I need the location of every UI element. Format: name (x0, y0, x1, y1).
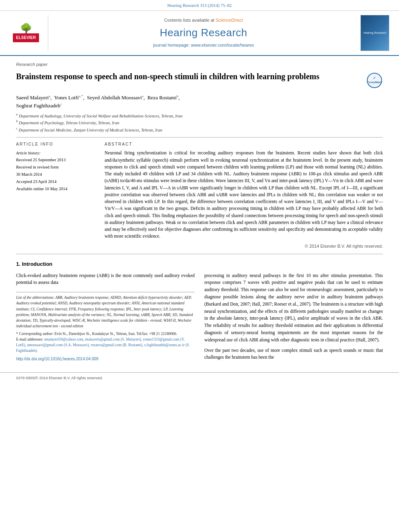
introduction-left: Click-evoked auditory brainstem response… (16, 272, 195, 365)
section-number: 1. (16, 261, 21, 267)
elsevier-tree-icon: 🌳 (20, 24, 32, 33)
crossmark-icon: ✓CrossMark (367, 73, 382, 88)
crossmark-label: ✓CrossMark (367, 76, 382, 84)
corresponding-note: * Corresponding author: Evin St., Danesh… (16, 331, 195, 337)
author-3: Seyed Abdollah Moossavia, (87, 94, 146, 101)
article-title: Brainstem response to speech and non-spe… (16, 71, 363, 82)
intro-para-right-1: processing in auditory neural pathways i… (204, 272, 383, 344)
history-label: Article history: (16, 150, 97, 156)
authors-line: Saeed Malayeria, Yones Lotfia,*, Seyed A… (16, 94, 383, 110)
received-revised-date: 30 March 2014 (16, 171, 97, 178)
received-revised-label: Received in revised form (16, 164, 97, 171)
elsevier-logo: ELSEVIER (13, 33, 39, 43)
author-5: Soghrat Faghihzadehc (16, 103, 62, 109)
thumb-title: Hearing Research (364, 31, 386, 35)
journal-citation: Hearing Research 313 (2014) 75–82 (167, 3, 232, 8)
crossmark-text: CrossMark (367, 81, 382, 84)
journal-thumb-box: Hearing Research (360, 15, 389, 51)
divider (16, 137, 383, 138)
article-history: Article history: Received 25 September 2… (16, 150, 97, 192)
author-4: Reza Rostamib, (147, 94, 179, 101)
email-note: E-mail addresses: smalayeri50@yahoo.com,… (16, 337, 195, 354)
issn-line: 0378-5955/© 2014 Elsevier B.V. All right… (16, 375, 103, 381)
abbrev-heading: List of the abbreviations: (16, 296, 54, 300)
crossmark-badge[interactable]: ✓CrossMark (367, 73, 383, 89)
intro-para-right-2: Over the past two decades, use of more c… (204, 347, 383, 362)
affiliation-c: c Department of Social Medicine, Zanjan … (16, 126, 383, 133)
sciencedirect-line: Contents lists available at ScienceDirec… (52, 17, 355, 24)
corresponding-label: * Corresponding author: (16, 332, 53, 336)
affiliations: a Department of Audiology, University of… (16, 112, 383, 133)
elsevier-logo-area: 🌳 ELSEVIER (8, 15, 48, 51)
email-label: E-mail addresses: (16, 337, 43, 341)
author-2: Yones Lotfia,*, (54, 94, 86, 101)
section-title-text: Introduction (22, 261, 52, 267)
author-1: Saeed Malayeria, (16, 94, 53, 101)
available-date: Available online 10 May 2014 (16, 185, 97, 193)
doi-link[interactable]: http://dx.doi.org/10.1016/j.heares.2014.… (16, 356, 195, 362)
abstract-heading: ABSTRACT (105, 142, 383, 148)
journal-header: 🌳 ELSEVIER Contents lists available at S… (0, 11, 399, 56)
bottom-bar: 0378-5955/© 2014 Elsevier B.V. All right… (0, 372, 399, 383)
journal-thumbnail: Hearing Research (359, 15, 391, 51)
divider-2 (16, 254, 383, 254)
abbrev-text: ABR, Auditory brainstem response; ADHD, … (16, 296, 193, 328)
intro-para-left: Click-evoked auditory brainstem response… (16, 272, 195, 287)
accepted-date: Accepted 23 April 2014 (16, 178, 97, 185)
footnotes-area: List of the abbreviations: ABR, Auditory… (16, 292, 195, 354)
introduction-right: processing in auditory neural pathways i… (204, 272, 383, 365)
article-title-row: Brainstem response to speech and non-spe… (16, 71, 383, 89)
introduction-columns: Click-evoked auditory brainstem response… (16, 272, 383, 365)
affiliation-a: a Department of Audiology, University of… (16, 112, 383, 119)
introduction-title: 1. Introduction (16, 261, 383, 268)
homepage-prefix: journal homepage: (153, 43, 191, 47)
journal-citation-bar: Hearing Research 313 (2014) 75–82 (0, 0, 399, 11)
journal-title: Hearing Research (52, 25, 355, 41)
sciencedirect-link[interactable]: ScienceDirect (216, 18, 243, 23)
received-date: Received 25 September 2013 (16, 156, 97, 164)
abstract-col: ABSTRACT Neuronal firing synchronization… (105, 142, 383, 250)
journal-homepage: journal homepage: www.elsevier.com/locat… (52, 42, 355, 49)
introduction-section: 1. Introduction Click-evoked auditory br… (16, 261, 383, 365)
abstract-text: Neuronal firing synchronization is criti… (105, 150, 383, 240)
page: Hearing Research 313 (2014) 75–82 🌳 ELSE… (0, 0, 399, 532)
homepage-url[interactable]: www.elsevier.com/locate/heares (191, 43, 254, 47)
info-abstract-columns: ARTICLE INFO Article history: Received 2… (16, 142, 383, 250)
copyright-line: © 2014 Elsevier B.V. All rights reserved… (105, 243, 383, 250)
article-info-heading: ARTICLE INFO (16, 142, 97, 148)
article-info-col: ARTICLE INFO Article history: Received 2… (16, 142, 97, 250)
main-content: Research paper Brainstem response to spe… (0, 56, 399, 372)
abbrev-label: List of the abbreviations: ABR, Auditory… (16, 295, 195, 329)
affiliation-b: b Department of Psychology, Tehran Unive… (16, 119, 383, 126)
corresponding-text: Evin St., Daneshjoo St., Koudakyar St., … (54, 332, 177, 336)
journal-header-center: Contents lists available at ScienceDirec… (52, 15, 355, 51)
article-type-label: Research paper (16, 62, 383, 68)
sciencedirect-prefix: Contents lists available at (164, 18, 216, 23)
